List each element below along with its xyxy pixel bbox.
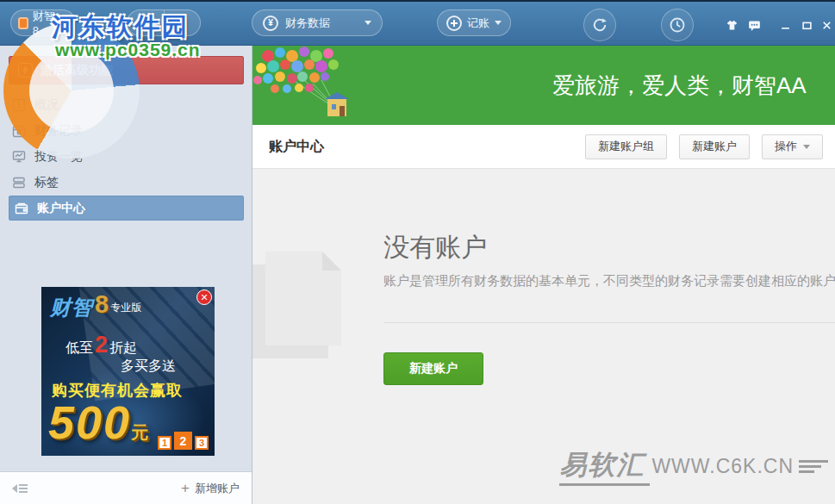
ad-page-3[interactable]: 3 bbox=[195, 436, 209, 450]
history-nav-group bbox=[127, 9, 201, 36]
promo-banner[interactable]: 爱旅游，爱人类，财智AA bbox=[252, 46, 835, 125]
minimize-button[interactable] bbox=[777, 17, 793, 33]
sidebar-item-label: 账户中心 bbox=[37, 201, 85, 216]
chevron-down-icon bbox=[495, 21, 502, 25]
clock-icon bbox=[669, 16, 686, 34]
plus-icon: + bbox=[181, 481, 190, 495]
page-header: 账户中心 新建账户组 新建账户 操作 bbox=[252, 125, 835, 169]
sidebar-item-tags[interactable]: 标签 bbox=[0, 170, 252, 196]
back-button[interactable] bbox=[128, 10, 164, 35]
chevron-down-icon bbox=[61, 21, 68, 25]
app-logo-icon bbox=[18, 17, 28, 29]
info-icon bbox=[12, 98, 26, 112]
chevron-down-icon bbox=[365, 21, 371, 25]
collapse-sidebar-button[interactable] bbox=[12, 484, 28, 493]
monitor-chart-icon bbox=[12, 150, 26, 164]
sidebar-item-label: 概况 bbox=[34, 97, 59, 113]
app-menu-button[interactable]: 财智8 bbox=[10, 9, 76, 36]
promo-ad[interactable]: ✕ 财智 8 专业版 低至2折起 多买多送 购买便有机会赢取 500元 1 2 … bbox=[41, 287, 215, 456]
ad-page-1[interactable]: 1 bbox=[158, 436, 171, 450]
close-icon bbox=[820, 19, 833, 32]
ad-brand: 财智 8 专业版 bbox=[50, 294, 141, 321]
empty-doc-fold-icon bbox=[322, 252, 341, 271]
new-account-group-button[interactable]: 新建账户组 bbox=[585, 134, 667, 159]
sidebar-item-account-center[interactable]: 账户中心 bbox=[9, 196, 244, 221]
sidebar-item-label: 标签 bbox=[34, 175, 59, 190]
footer-watermark-url: WWW.C6K.CN bbox=[651, 455, 794, 478]
tags-icon bbox=[12, 176, 26, 190]
collapse-icon-bars bbox=[19, 484, 28, 493]
empty-state-title: 没有账户 bbox=[383, 230, 487, 265]
theme-button[interactable] bbox=[724, 17, 739, 33]
ad-bonus-line: 多买多送 bbox=[121, 358, 176, 376]
ad-pagination: 1 2 3 bbox=[158, 432, 209, 450]
feedback-button[interactable] bbox=[746, 17, 762, 33]
collapse-icon bbox=[12, 484, 17, 493]
record-button[interactable]: 记账 bbox=[437, 9, 511, 36]
chat-icon bbox=[747, 18, 762, 33]
history-button[interactable] bbox=[661, 9, 694, 41]
add-account-label: 新增账户 bbox=[195, 481, 240, 496]
ad-brand-edition: 专业版 bbox=[110, 301, 141, 315]
maximize-button[interactable] bbox=[799, 17, 814, 33]
close-button[interactable] bbox=[819, 17, 834, 33]
titlebar: 财智8 ¥ 财务数据 记账 bbox=[0, 0, 835, 46]
new-account-button[interactable]: 新建账户 bbox=[679, 134, 750, 159]
yuan-circle-icon: ¥ bbox=[263, 16, 278, 31]
banner-slogan: 爱旅游，爱人类，财智AA bbox=[552, 71, 807, 101]
sidebar-item-investments[interactable]: 投资一览 bbox=[0, 144, 252, 170]
ad-close-button[interactable]: ✕ bbox=[196, 289, 212, 305]
footer-watermark-lines-icon bbox=[799, 460, 828, 473]
financial-data-dropdown[interactable]: ¥ 财务数据 bbox=[252, 9, 383, 36]
activate-premium-button[interactable]: 激活高级功能 bbox=[9, 56, 244, 84]
page-title: 账户中心 bbox=[269, 138, 324, 156]
account-center-content: 没有账户 账户是管理所有财务数据的基本单元，不同类型的财务记录需要创建相应的账户… bbox=[252, 170, 835, 504]
back-icon bbox=[141, 17, 149, 29]
create-account-cta-button[interactable]: 新建账户 bbox=[383, 352, 483, 385]
ad-prize-line: 购买便有机会赢取 bbox=[52, 380, 183, 401]
sidebar-item-records[interactable]: 财务记录 bbox=[0, 118, 252, 144]
sidebar-item-label: 财务记录 bbox=[34, 123, 83, 139]
header-buttons: 新建账户组 新建账户 操作 bbox=[585, 134, 823, 159]
sidebar-item-label: 投资一览 bbox=[34, 149, 83, 165]
footer-watermark-name: 易软汇 bbox=[559, 447, 650, 486]
minimize-icon bbox=[779, 19, 792, 32]
footer-watermark: 易软汇 WWW.C6K.CN bbox=[559, 447, 828, 486]
ad-brand-number: 8 bbox=[95, 290, 109, 319]
activate-label: 激活高级功能 bbox=[41, 63, 113, 78]
sidebar-bottom-bar: + 新增账户 bbox=[0, 471, 252, 504]
ad-brand-name: 财智 bbox=[50, 294, 93, 321]
forward-button[interactable] bbox=[164, 10, 201, 35]
sync-button[interactable] bbox=[583, 9, 616, 41]
chevron-down-icon bbox=[803, 145, 810, 149]
ad-page-2[interactable]: 2 bbox=[174, 432, 192, 450]
app-window: 财智8 ¥ 财务数据 记账 bbox=[0, 0, 835, 504]
divider bbox=[383, 322, 835, 323]
financial-data-label: 财务数据 bbox=[285, 16, 330, 31]
app-menu-label: 财智8 bbox=[33, 9, 57, 37]
lightning-icon bbox=[18, 63, 33, 78]
wallet-icon bbox=[15, 202, 28, 215]
maximize-icon bbox=[801, 19, 813, 32]
add-account-button[interactable]: + 新增账户 bbox=[181, 481, 240, 496]
sidebar-item-overview[interactable]: 概况 bbox=[0, 92, 252, 118]
forward-icon bbox=[178, 17, 186, 29]
empty-state-description: 账户是管理所有财务数据的基本单元，不同类型的财务记录需要创建相应的账户 bbox=[383, 273, 835, 289]
refresh-icon bbox=[591, 16, 608, 34]
ad-discount-line: 低至2折起 bbox=[65, 332, 137, 358]
actions-dropdown-button[interactable]: 操作 bbox=[762, 134, 823, 159]
sidebar-menu: 概况 财务记录 投资一览 标签 bbox=[0, 92, 252, 221]
sidebar: 激活高级功能 概况 财务记录 投资一览 bbox=[0, 46, 252, 504]
shirt-icon bbox=[725, 18, 739, 33]
plus-circle-icon bbox=[446, 16, 462, 31]
record-label: 记账 bbox=[467, 16, 489, 31]
calendar-icon bbox=[12, 124, 26, 138]
ad-prize-amount: 500元 bbox=[48, 395, 148, 449]
balloons-house-art bbox=[252, 46, 399, 125]
